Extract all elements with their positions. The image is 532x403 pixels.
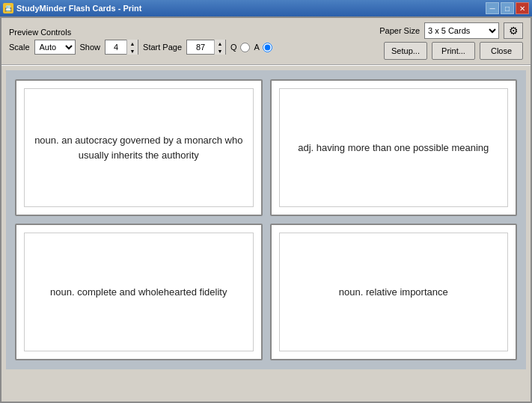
q-radio-group: Q — [230, 43, 250, 52]
a-radio[interactable] — [263, 43, 272, 52]
flash-card-2: adj. having more than one possible meani… — [270, 79, 518, 216]
controls-area: Preview Controls Scale Auto 50% 75% 100%… — [1, 18, 531, 64]
preview-area: noun. an autocracy governed by a monarch… — [6, 70, 526, 369]
window-controls: ─ □ ✕ — [486, 2, 529, 14]
action-buttons: Setup... Print... Close — [384, 42, 523, 60]
start-page-up-button[interactable]: ▲ — [215, 40, 225, 47]
flash-card-1-inner: noun. an autocracy governed by a monarch… — [24, 88, 254, 207]
scale-label: Scale — [9, 43, 30, 52]
start-page-label: Start Page — [143, 43, 182, 52]
q-label: Q — [230, 43, 237, 52]
show-up-button[interactable]: ▲ — [127, 40, 138, 47]
maximize-button[interactable]: □ — [501, 2, 514, 14]
app-icon: 📇 — [3, 3, 13, 13]
controls-right: Paper Size 3 x 5 Cards 4 x 6 Cards Lette… — [379, 22, 523, 60]
card-4-text: noun. relative importance — [339, 285, 448, 300]
a-label: A — [254, 43, 260, 52]
start-page-spinner[interactable]: ▲ ▼ — [186, 40, 226, 55]
paper-size-row: Paper Size 3 x 5 Cards 4 x 6 Cards Lette… — [379, 22, 523, 39]
controls-left: Preview Controls Scale Auto 50% 75% 100%… — [9, 28, 272, 55]
print-button[interactable]: Print... — [432, 42, 475, 60]
separator — [1, 64, 531, 66]
paper-size-label: Paper Size — [379, 26, 420, 35]
flash-card-3-inner: noun. complete and wholehearted fidelity — [24, 233, 254, 351]
show-down-button[interactable]: ▼ — [127, 47, 138, 55]
flash-card-4-inner: noun. relative importance — [279, 233, 509, 351]
close-window-button[interactable]: ✕ — [516, 2, 529, 14]
card-2-text: adj. having more than one possible meani… — [298, 141, 489, 156]
flash-card-3: noun. complete and wholehearted fidelity — [15, 224, 263, 360]
preview-controls-label: Preview Controls — [9, 28, 272, 37]
minimize-button[interactable]: ─ — [486, 2, 499, 14]
paper-size-select[interactable]: 3 x 5 Cards 4 x 6 Cards Letter — [424, 22, 499, 39]
card-1-text: noun. an autocracy governed by a monarch… — [32, 133, 245, 162]
paper-settings-button[interactable]: ⚙ — [504, 22, 523, 39]
show-spinner[interactable]: ▲ ▼ — [105, 40, 138, 55]
card-3-text: noun. complete and wholehearted fidelity — [50, 285, 227, 300]
main-window: Preview Controls Scale Auto 50% 75% 100%… — [0, 16, 532, 403]
a-radio-group: A — [254, 43, 272, 52]
title-bar: 📇 StudyMinder Flash Cards - Print ─ □ ✕ — [0, 0, 532, 16]
flash-card-1: noun. an autocracy governed by a monarch… — [15, 79, 263, 216]
q-radio[interactable] — [240, 43, 250, 52]
flash-card-2-inner: adj. having more than one possible meani… — [279, 88, 509, 207]
show-input[interactable] — [106, 40, 126, 54]
window-title: StudyMinder Flash Cards - Print — [16, 4, 141, 13]
controls-row: Scale Auto 50% 75% 100% Show ▲ ▼ Start P… — [9, 40, 272, 55]
close-button[interactable]: Close — [480, 42, 523, 60]
show-label: Show — [80, 43, 101, 52]
setup-button[interactable]: Setup... — [384, 42, 427, 60]
start-page-input[interactable] — [187, 40, 214, 54]
start-page-down-button[interactable]: ▼ — [215, 47, 225, 55]
flash-card-4: noun. relative importance — [270, 224, 518, 360]
scale-select[interactable]: Auto 50% 75% 100% — [34, 40, 76, 55]
